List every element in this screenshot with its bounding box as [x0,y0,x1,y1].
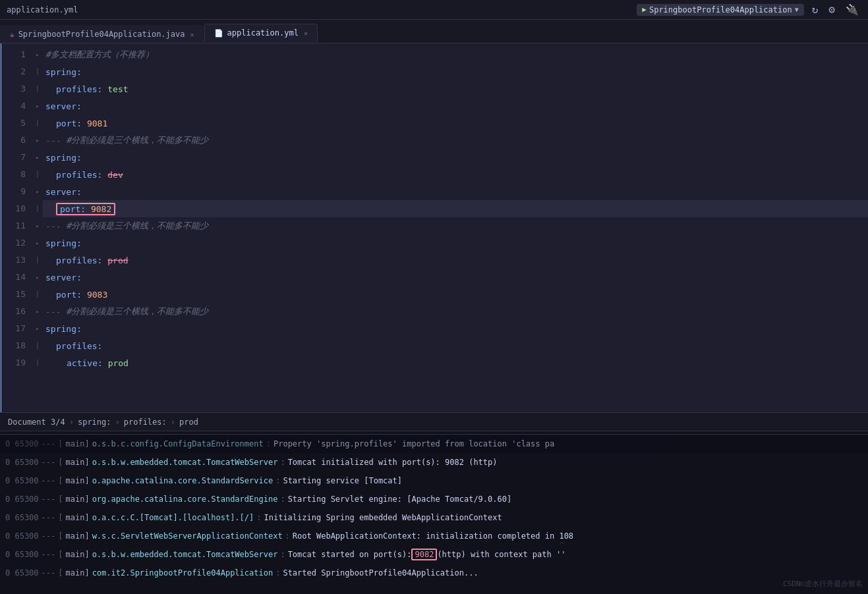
code-editor[interactable]: #多文档配置方式（不推荐） spring: profiles: test ser… [43,43,868,412]
yml-file-icon: 📄 [214,29,223,38]
code-line-19: active: prod [43,354,868,371]
code-line-9: server: [43,183,868,200]
breadcrumb-profiles: profiles: [124,418,167,427]
console-line-1: 0 65300 --- [ main] o.s.b.w.embedded.tom… [0,453,868,472]
code-line-1: #多文档配置方式（不推荐） [43,46,868,63]
gutter: ▸ │ │ ▸ │ ▸ ▸ │ ▸ │ ▸ ▸ │ ▸ │ ▸ ▸ │ │ [32,43,43,412]
left-sidebar [0,43,3,412]
left-indicator [0,43,2,412]
tab-java[interactable]: ☕ SpringbootProfile04Application.java ✕ [0,25,204,43]
console-line-2: 0 65300 --- [ main] o.apache.catalina.co… [0,472,868,490]
line-numbers: 1 2 3 4 5 6 7 8 9 10 11 12 13 14 15 16 1… [3,43,32,412]
breadcrumb-document: Document 3/4 [8,418,65,427]
editor-area: 1 2 3 4 5 6 7 8 9 10 11 12 13 14 15 16 1… [0,43,868,412]
code-line-4: server: [43,97,868,115]
code-line-12: spring: [43,234,868,252]
run-config-dropdown[interactable]: ▶ SpringbootProfile04Application ▼ [637,4,803,16]
title-bar: application.yml ▶ SpringbootProfile04App… [0,0,868,20]
code-line-11: --- #分割必须是三个横线，不能多不能少 [43,217,868,234]
code-line-14: server: [43,269,868,286]
plugin-button[interactable]: 🔌 [843,2,861,17]
console-line-5: 0 65300 --- [ main] w.s.c.ServletWebServ… [0,527,868,545]
tab-yml[interactable]: 📄 application.yml ✕ [204,24,318,43]
settings-button[interactable]: ⚙ [826,2,838,17]
code-line-18: profiles: [43,337,868,354]
code-line-2: spring: [43,63,868,80]
chevron-down-icon: ▼ [795,6,799,13]
console-line-6: 0 65300 --- [ main] o.s.b.w.embedded.tom… [0,545,868,564]
code-line-7: spring: [43,149,868,166]
code-line-6: --- #分割必须是三个横线，不能多不能少 [43,132,868,149]
console-line-4: 0 65300 --- [ main] o.a.c.c.C.[Tomcat].[… [0,508,868,527]
run-config-icon: ▶ [642,5,647,14]
console-line-0: 0 65300 --- [ main] o.s.b.c.config.Confi… [0,435,868,453]
refresh-button[interactable]: ↻ [809,2,821,17]
tab-yml-label: application.yml [227,28,299,38]
tab-yml-close[interactable]: ✕ [304,30,308,37]
code-line-16: --- #分割必须是三个横线，不能多不能少 [43,303,868,320]
code-line-13: profiles: prod [43,252,868,269]
title-right: ▶ SpringbootProfile04Application ▼ ↻ ⚙ 🔌 [637,2,861,17]
code-line-15: port: 9083 [43,286,868,303]
breadcrumb: Document 3/4 › spring: › profiles: › pro… [0,412,868,431]
code-line-8: profiles: dev [43,166,868,183]
breadcrumb-spring: spring: [78,418,111,427]
console-line-3: 0 65300 --- [ main] org.apache.catalina.… [0,490,868,508]
tab-java-label: SpringbootProfile04Application.java [18,30,185,39]
port-highlight: 9082 [411,549,437,560]
console-line-7: 0 65300 --- [ main] com.it2.SpringbootPr… [0,564,868,582]
line10-highlight: port: 9082 [56,203,115,215]
code-line-17: spring: [43,320,868,337]
console-area: 0 65300 --- [ main] o.s.b.c.config.Confi… [0,435,868,594]
java-file-icon: ☕ [10,30,14,39]
tab-bar: ☕ SpringbootProfile04Application.java ✕ … [0,20,868,43]
breadcrumb-prod: prod [179,418,198,427]
window-title: application.yml [7,5,78,14]
run-config-label: SpringbootProfile04Application [649,5,792,14]
watermark: CSDN©逆水行舟退步留名 [783,579,863,589]
code-line-10: port: 9082 [43,200,868,217]
code-line-3: profiles: test [43,80,868,97]
code-line-5: port: 9081 [43,115,868,132]
tab-java-close[interactable]: ✕ [190,31,194,38]
